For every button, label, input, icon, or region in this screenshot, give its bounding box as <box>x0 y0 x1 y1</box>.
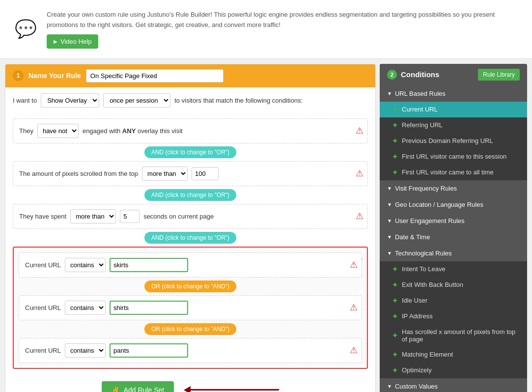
plus-icon-ip: ✦ <box>392 312 398 320</box>
rule-name-header: 1 Name Your Rule <box>5 64 375 87</box>
intent-row: I want to Show Overlay once per session … <box>5 87 375 113</box>
plus-icon-scrolled: ✦ <box>392 332 398 339</box>
rule3-prefix: They have spent <box>19 213 66 220</box>
plus-icon-current-url: ✦ <box>392 106 398 113</box>
rule-name-input[interactable] <box>86 69 224 83</box>
intent-suffix: to visitors that match the following con… <box>174 97 303 104</box>
ruleset-row3-label: Current URL <box>25 347 61 354</box>
category-date-time[interactable]: ▼ Date & Time <box>380 229 527 245</box>
left-panel: 1 Name Your Rule I want to Show Overlay … <box>5 64 376 392</box>
item-ip-address[interactable]: ✦ IP Address <box>380 308 527 324</box>
rule1-prefix: They <box>19 127 33 135</box>
ruleset-row-2: Current URL contains ⚠ <box>19 295 362 320</box>
plus-icon-intent: ✦ <box>392 265 398 273</box>
intent-prefix: I want to <box>13 97 37 104</box>
or-connector-2: OR (click to change to "AND") <box>19 323 362 335</box>
item-exit-back-button[interactable]: ✦ Exit With Back Button <box>380 277 527 293</box>
rule1-middle: engaged with ANY overlay this visit <box>83 127 183 135</box>
plus-icon-previous-domain: ✦ <box>392 137 398 145</box>
video-help-button[interactable]: ▶ Video Help <box>47 34 98 49</box>
caret-right-icon-ue: ▼ <box>387 218 392 224</box>
and-button-3[interactable]: AND (click to change to "OR") <box>144 232 236 244</box>
rule-row-2: The amount of pixels scrolled from the t… <box>13 161 368 186</box>
conditions-title: Conditions <box>401 70 439 79</box>
item-scrolled-pixels[interactable]: ✦ Has scrolled x amount of pixels from t… <box>380 324 527 347</box>
conditions-badge: 2 <box>387 70 397 80</box>
banner-description: Create your own custom rule using Justun… <box>47 10 517 49</box>
ruleset-row3-remove[interactable]: ⚠ <box>350 346 358 355</box>
item-optimizely[interactable]: ✦ Optimizely <box>380 363 527 378</box>
ruleset-row3-condition[interactable]: contains <box>65 343 106 358</box>
and-button-2[interactable]: AND (click to change to "OR") <box>144 189 236 201</box>
caret-right-icon-geo: ▼ <box>387 202 392 207</box>
and-connector-1: AND (click to change to "OR") <box>13 146 368 158</box>
ruleset-row2-input[interactable] <box>110 301 188 315</box>
step1-badge: 1 <box>13 70 24 81</box>
plus-icon-referring-url: ✦ <box>392 121 398 129</box>
rule-row-3: They have spent more than less than seco… <box>13 204 368 229</box>
caret-right-icon-visit: ▼ <box>387 186 392 191</box>
ruleset-row3-input[interactable] <box>110 343 188 358</box>
add-rule-set-button[interactable]: ✌ Add Rule Set <box>102 381 174 392</box>
rule-library-button[interactable]: Rule Library <box>478 69 520 81</box>
conditions-header: 2 Conditions Rule Library <box>380 64 527 85</box>
rule-set-box: ⚠ Current URL contains ⚠ OR (click to ch… <box>13 247 368 369</box>
plus-icon-matching: ✦ <box>392 351 398 359</box>
ruleset-row1-remove[interactable]: ⚠ <box>350 260 358 269</box>
item-first-url-alltime[interactable]: ✦ First URL visitor came to all time <box>380 165 527 180</box>
or-button-1[interactable]: OR (click to change to "AND") <box>144 280 236 292</box>
and-connector-2: AND (click to change to "OR") <box>13 189 368 201</box>
chat-icon: 💬 <box>15 19 37 39</box>
ruleset-row1-input[interactable] <box>110 258 188 272</box>
arrow-indicator <box>184 386 279 392</box>
rule3-condition[interactable]: more than less than <box>70 209 116 224</box>
and-connector-3: AND (click to change to "OR") <box>13 232 368 244</box>
plus-icon-optimizely: ✦ <box>392 366 398 374</box>
category-visit-frequency[interactable]: ▼ Visit Frequency Rules <box>380 180 527 196</box>
item-referring-url[interactable]: ✦ Referring URL <box>380 117 527 133</box>
caret-right-icon-cv: ▼ <box>387 384 392 389</box>
caret-down-icon: ▼ <box>387 91 392 96</box>
rule1-condition[interactable]: have not have <box>37 124 79 138</box>
rule2-condition[interactable]: more than less than <box>142 167 188 181</box>
item-previous-domain[interactable]: ✦ Previous Domain Referring URL <box>380 133 527 149</box>
item-first-url-session[interactable]: ✦ First URL visitor came to this session <box>380 149 527 165</box>
caret-down-icon-tech: ▼ <box>387 251 392 256</box>
top-banner: 💬 Create your own custom rule using Just… <box>0 0 532 59</box>
item-matching-element[interactable]: ✦ Matching Element <box>380 347 527 363</box>
conditions-title-wrap: 2 Conditions <box>387 70 439 80</box>
plus-icon-first-url-alltime: ✦ <box>392 168 398 176</box>
action-select[interactable]: Show Overlay <box>41 93 99 108</box>
rule2-input[interactable] <box>192 167 219 180</box>
or-button-2[interactable]: OR (click to change to "AND") <box>144 323 236 335</box>
rule3-remove[interactable]: ⚠ <box>356 212 364 221</box>
hand-icon: ✌ <box>112 386 120 392</box>
category-user-engagement[interactable]: ▼ User Engagement Rules <box>380 213 527 229</box>
category-custom-values[interactable]: ▼ Custom Values <box>380 378 527 392</box>
right-panel: 2 Conditions Rule Library ▼ URL Based Ru… <box>380 64 527 392</box>
rule3-suffix: seconds on current page <box>143 213 214 220</box>
category-geo-location[interactable]: ▼ Geo Locaton / Language Rules <box>380 196 527 213</box>
item-current-url[interactable]: ✦ Current URL <box>380 102 527 117</box>
category-technological[interactable]: ▼ Technological Rules <box>380 245 527 261</box>
rule3-input[interactable] <box>120 210 140 223</box>
rules-container: They have not have engaged with ANY over… <box>5 113 375 374</box>
ruleset-row1-condition[interactable]: contains <box>65 258 106 272</box>
rule2-remove[interactable]: ⚠ <box>356 169 364 178</box>
ruleset-row2-label: Current URL <box>25 304 61 311</box>
rule1-remove[interactable]: ⚠ <box>356 126 364 135</box>
caret-right-icon-dt: ▼ <box>387 234 392 240</box>
category-url-based[interactable]: ▼ URL Based Rules <box>380 85 527 102</box>
arrow-head <box>184 386 191 392</box>
ruleset-row-1: Current URL contains ⚠ <box>19 252 362 278</box>
item-intent-to-leave[interactable]: ✦ Intent To Leave <box>380 261 527 277</box>
ruleset-row1-label: Current URL <box>25 261 61 269</box>
frequency-select[interactable]: once per session <box>103 93 170 108</box>
ruleset-row-3: Current URL contains ⚠ <box>19 338 362 363</box>
play-icon: ▶ <box>54 39 57 44</box>
item-idle-user[interactable]: ✦ Idle User <box>380 293 527 308</box>
or-connector-1: OR (click to change to "AND") <box>19 280 362 292</box>
and-button-1[interactable]: AND (click to change to "OR") <box>144 146 236 158</box>
ruleset-row2-condition[interactable]: contains <box>65 301 106 315</box>
ruleset-row2-remove[interactable]: ⚠ <box>350 303 358 312</box>
